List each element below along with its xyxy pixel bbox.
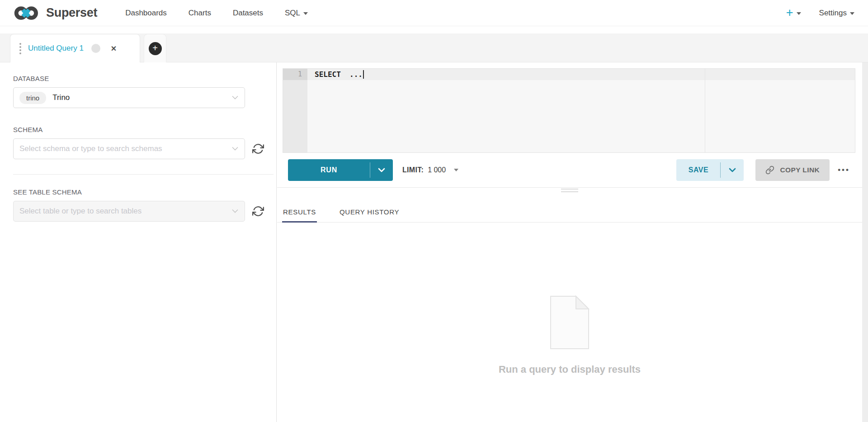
chevron-down-icon (797, 12, 801, 15)
chevron-down-icon (729, 168, 736, 172)
plus-icon: + (786, 7, 793, 19)
empty-state-message: Run a query to display results (499, 364, 641, 375)
chevron-down-icon (303, 12, 308, 15)
sqllab-sidebar: DATABASE trino Trino SCHEMA Select schem… (0, 62, 277, 422)
run-split-button: RUN (288, 159, 393, 181)
brand-name: Superset (46, 6, 97, 20)
document-icon (548, 295, 591, 350)
new-query-tab-button[interactable]: + (144, 34, 166, 62)
more-options-icon[interactable]: ••• (838, 166, 850, 175)
sidebar-divider (13, 174, 274, 175)
sql-editor[interactable]: 1 SELECT ... (283, 68, 855, 153)
chevron-down-icon (232, 209, 238, 213)
navbar: Superset Dashboards Charts Datasets SQL … (0, 0, 868, 26)
drag-handle-icon[interactable] (19, 41, 22, 56)
settings-menu[interactable]: Settings (819, 9, 854, 18)
superset-logo[interactable]: Superset (14, 5, 97, 21)
copy-link-button[interactable]: COPY LINK (755, 159, 830, 181)
table-placeholder: Select table or type to search tables (19, 207, 142, 216)
navbar-right: + Settings (786, 7, 854, 19)
schema-label: SCHEMA (13, 126, 276, 133)
tab-untitled-query[interactable]: Untitled Query 1 ✕ (10, 34, 140, 62)
editor-code-line: SELECT ... (315, 69, 364, 80)
nav-sql-menu[interactable]: SQL (274, 9, 319, 18)
sql-lab-page: Superset Dashboards Charts Datasets SQL … (0, 0, 868, 422)
database-type-badge: trino (19, 92, 46, 104)
nav-dashboards[interactable]: Dashboards (114, 9, 178, 18)
nav-charts[interactable]: Charts (178, 9, 222, 18)
refresh-schemas-button[interactable] (252, 143, 264, 155)
main-nav: Dashboards Charts Datasets SQL (114, 9, 319, 18)
copy-link-label: COPY LINK (780, 166, 820, 174)
limit-label: LIMIT: (402, 166, 424, 174)
query-tab-bar: Untitled Query 1 ✕ + (0, 33, 868, 62)
refresh-tables-button[interactable] (252, 205, 264, 217)
limit-value: 1 000 (428, 166, 446, 174)
limit-dropdown[interactable]: LIMIT: 1 000 (402, 166, 458, 174)
refresh-icon (252, 205, 264, 217)
new-dropdown-button[interactable]: + (786, 7, 801, 19)
tab-results[interactable]: RESULTS (282, 201, 317, 222)
results-tab-bar: RESULTS QUERY HISTORY (277, 201, 862, 223)
table-select[interactable]: Select table or type to search tables (13, 201, 245, 222)
save-options-button[interactable] (721, 159, 744, 181)
table-schema-label: SEE TABLE SCHEMA (13, 188, 276, 196)
editor-active-line (307, 69, 855, 80)
sqllab-main: 1 SELECT ... RUN LIMIT: 1 00 (277, 62, 868, 422)
editor-print-margin (705, 69, 705, 152)
save-button[interactable]: SAVE (676, 159, 720, 181)
nav-datasets[interactable]: Datasets (222, 9, 274, 18)
query-status-dot (91, 44, 100, 53)
database-label: DATABASE (13, 75, 276, 82)
chevron-down-icon (850, 12, 854, 15)
schema-select[interactable]: Select schema or type to search schemas (13, 138, 245, 159)
database-value: Trino (52, 93, 70, 102)
editor-code-text: SELECT ... (315, 69, 363, 80)
superset-infinity-icon (14, 5, 42, 21)
database-select[interactable]: trino Trino (13, 87, 245, 108)
close-icon[interactable]: ✕ (111, 44, 117, 53)
run-options-button[interactable] (370, 159, 393, 181)
results-empty-state: Run a query to display results (277, 223, 862, 422)
tab-query-history[interactable]: QUERY HISTORY (339, 201, 400, 222)
chevron-down-icon (378, 168, 385, 172)
tab-title: Untitled Query 1 (28, 44, 84, 53)
editor-toolbar: RUN LIMIT: 1 000 SAVE (277, 153, 868, 188)
schema-placeholder: Select schema or type to search schemas (19, 144, 162, 153)
plus-icon: + (149, 42, 162, 55)
line-number: 1 (283, 69, 307, 80)
editor-gutter: 1 (283, 69, 307, 152)
link-icon (765, 166, 774, 175)
chevron-down-icon (454, 169, 458, 171)
chevron-down-icon (232, 147, 238, 151)
scrollbar[interactable] (862, 62, 868, 422)
chevron-down-icon (232, 96, 238, 100)
refresh-icon (252, 143, 264, 155)
text-cursor (363, 70, 364, 79)
save-split-button: SAVE (676, 159, 744, 181)
run-button[interactable]: RUN (288, 159, 370, 181)
pane-resize-handle[interactable] (277, 189, 862, 192)
